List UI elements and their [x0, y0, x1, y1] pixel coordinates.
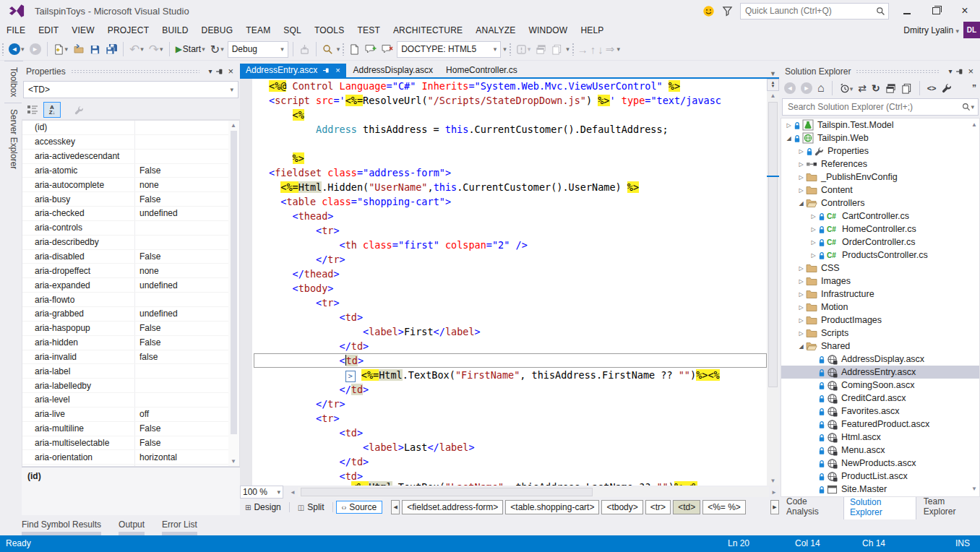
save-all-button[interactable]	[104, 42, 119, 56]
start-debug-button[interactable]: ▶Start▾	[174, 43, 207, 56]
tree-item-addressentry-ascx[interactable]: AddressEntry.ascx	[781, 366, 979, 379]
tree-item-ordercontroller-cs[interactable]: ▷C#OrderController.cs	[781, 236, 979, 249]
tree-item-favorites-ascx[interactable]: Favorites.ascx	[781, 405, 979, 418]
new-file-button[interactable]: ▾	[52, 43, 70, 56]
document-tab[interactable]: HomeController.cs	[440, 64, 523, 77]
document-tab[interactable]: AddressEntry.ascx×	[240, 64, 346, 77]
code-line[interactable]: %>	[269, 151, 767, 165]
sync-with-active-document-icon[interactable]: ⇄	[858, 82, 867, 94]
user-menu[interactable]: Dmitry Lyalin ▾	[903, 25, 959, 35]
doctype-combo[interactable]: DOCTYPE: HTML5▾	[397, 41, 501, 58]
expander-icon[interactable]: ▷	[809, 213, 818, 220]
split-window-handle[interactable]: ▲▼	[767, 79, 779, 91]
breadcrumb-tag[interactable]: <td>	[673, 500, 700, 514]
code-line[interactable]: <%=Html.Hidden("UserName",this.CurrentCu…	[269, 180, 767, 194]
code-line[interactable]: <fieldset class="address-form">	[269, 165, 767, 180]
tree-item-newproducts-ascx[interactable]: NewProducts.ascx	[781, 457, 979, 470]
format-arrow-icon[interactable]: →	[577, 43, 588, 56]
tree-item--publishenvconfig[interactable]: ▷_PublishEnvConfig	[781, 171, 979, 184]
cascade-windows-button[interactable]	[534, 43, 548, 56]
tree-item-productscontroller-cs[interactable]: ▷C#ProductsController.cs	[781, 249, 979, 262]
panel-drag-texture[interactable]	[856, 69, 940, 74]
menu-analyze[interactable]: ANALYZE	[469, 23, 522, 38]
expander-icon[interactable]: ▷	[784, 122, 794, 129]
minimize-button[interactable]	[896, 3, 918, 19]
close-button[interactable]: ×	[954, 3, 976, 19]
categorized-view-button[interactable]	[25, 103, 40, 117]
tree-item-infrastructure[interactable]: ▷Infrastructure	[781, 288, 979, 301]
horizontal-scrollbar-track[interactable]	[298, 487, 769, 497]
property-value[interactable]: none	[135, 266, 239, 276]
tree-item-css[interactable]: ▷CSS	[781, 262, 979, 275]
code-line[interactable]: </td>	[269, 339, 767, 353]
close-icon[interactable]: ×	[335, 66, 340, 74]
menu-sql[interactable]: SQL	[277, 23, 308, 38]
scrollbar-thumb[interactable]	[231, 131, 237, 434]
code-line[interactable]: <td>	[269, 426, 767, 440]
expander-icon[interactable]: ▷	[796, 187, 806, 194]
home-icon[interactable]: ⌂	[817, 82, 825, 95]
expander-icon[interactable]: ▷	[796, 330, 806, 337]
user-avatar[interactable]: DL	[963, 22, 980, 38]
menu-tools[interactable]: TOOLS	[308, 23, 351, 38]
alphabetical-sort-button[interactable]: AZ↓	[43, 102, 61, 118]
tree-item-about-aspx[interactable]: About.aspx	[781, 496, 979, 497]
scroll-up-icon[interactable]: ▲	[971, 121, 977, 128]
tree-item-html-ascx[interactable]: Html.ascx	[781, 431, 979, 444]
code-line[interactable]: <label>Last</label>	[269, 440, 767, 454]
pin-icon[interactable]	[215, 67, 224, 76]
tree-item-productimages[interactable]: ▷ProductImages	[781, 314, 979, 327]
tree-item-images[interactable]: ▷Images	[781, 275, 979, 288]
expander-icon[interactable]: ▷	[809, 226, 818, 233]
code-line[interactable]: <th class="first" colspan="2" />	[269, 238, 767, 252]
editor-vertical-scrollbar[interactable]: ▲▼ ▲ ▼	[767, 79, 779, 486]
property-value[interactable]: False	[135, 438, 239, 448]
chevron-down-icon[interactable]: ▾	[971, 103, 974, 111]
code-line[interactable]: > <%=Html.TextBox("FirstName", thisAddre…	[269, 368, 767, 382]
property-value[interactable]: off	[135, 409, 239, 419]
code-line[interactable]: </td>	[269, 382, 767, 397]
scroll-right-icon[interactable]: ►	[769, 489, 779, 496]
document-outline-button[interactable]	[348, 43, 361, 56]
quick-launch-input[interactable]	[744, 5, 876, 17]
redo-button[interactable]: ↷▾	[147, 40, 165, 59]
code-line[interactable]: </tr>	[269, 252, 767, 267]
validation-button[interactable]: ▾	[515, 43, 533, 56]
property-value[interactable]: false	[135, 352, 239, 362]
menu-debug[interactable]: DEBUG	[195, 23, 240, 38]
pin-icon[interactable]	[322, 66, 330, 75]
tree-item-comingsoon-ascx[interactable]: ComingSoon.ascx	[781, 379, 979, 392]
menu-build[interactable]: BUILD	[155, 23, 194, 38]
source-view-button[interactable]: ‹›Source	[336, 501, 383, 514]
property-value[interactable]: False	[135, 251, 239, 262]
code-line[interactable]: <%=Html.TextBox("LastName", thisAddress.…	[269, 483, 767, 486]
notification-funnel-icon[interactable]	[722, 6, 733, 17]
property-value[interactable]: False	[135, 423, 239, 434]
property-value[interactable]: False	[135, 337, 239, 348]
design-view-button[interactable]: ⊞Design	[240, 501, 286, 513]
property-value[interactable]: horizontal	[135, 452, 239, 462]
property-value[interactable]: none	[135, 180, 239, 190]
expander-icon[interactable]: ◢	[796, 200, 806, 207]
search-icon[interactable]	[876, 7, 885, 16]
tree-item-homecontroller-cs[interactable]: ▷C#HomeController.cs	[781, 223, 979, 236]
scroll-down-icon[interactable]: ▼	[767, 478, 779, 484]
tree-item-cartcontroller-cs[interactable]: ▷C#CartController.cs	[781, 210, 979, 223]
explorer-tab-code-analysis[interactable]: Code Analysis	[781, 494, 842, 519]
toolbar-overflow-icon[interactable]: ▾	[616, 46, 620, 53]
pending-changes-filter-button[interactable]: ▾	[840, 83, 854, 94]
remove-task-comment-button[interactable]	[380, 42, 395, 56]
undo-button[interactable]: ↶▾	[128, 40, 145, 59]
code-line[interactable]: <label>First</label>	[269, 324, 767, 339]
scroll-up-icon[interactable]: ▲	[767, 91, 779, 100]
tree-item-menu-ascx[interactable]: Menu.ascx	[781, 444, 979, 457]
scroll-down-icon[interactable]: ▼	[231, 458, 236, 465]
expander-icon[interactable]: ◢	[796, 343, 806, 350]
expander-icon[interactable]: ▷	[796, 174, 806, 181]
property-value[interactable]: False	[135, 323, 239, 333]
indicator-margin[interactable]	[240, 79, 252, 486]
scroll-left-icon[interactable]: ◄	[288, 489, 298, 496]
search-icon[interactable]	[962, 103, 971, 111]
toolbar-overflow-icon[interactable]: ▾	[337, 46, 340, 53]
expander-icon[interactable]: ▷	[796, 265, 806, 272]
